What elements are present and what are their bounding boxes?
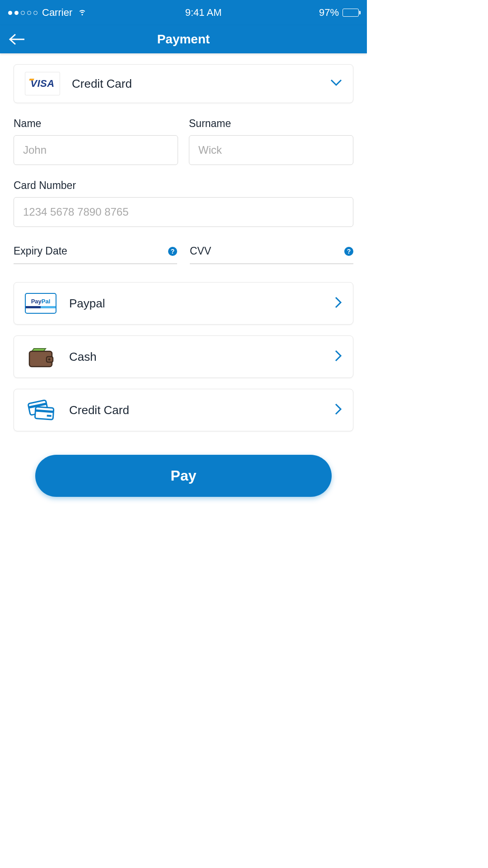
name-label: Name [14, 118, 178, 130]
carrier-label: Carrier [42, 7, 72, 19]
payment-method-label: Credit Card [72, 77, 330, 91]
expiry-help-icon[interactable]: ? [168, 247, 177, 256]
status-time: 9:41 AM [185, 7, 222, 19]
wifi-icon [77, 6, 88, 19]
svg-point-3 [48, 359, 51, 361]
back-button[interactable] [7, 29, 27, 49]
credit-cards-icon [25, 399, 56, 421]
surname-label: Surname [189, 118, 353, 130]
chevron-right-icon [335, 350, 342, 363]
cvv-help-icon[interactable]: ? [344, 247, 353, 256]
surname-input[interactable] [189, 135, 353, 165]
battery-icon [343, 9, 359, 17]
battery-percentage: 97% [319, 7, 339, 19]
wallet-icon [25, 346, 56, 368]
card-number-label: Card Number [14, 179, 353, 192]
expiry-date-label: Expiry Date [14, 245, 67, 257]
svg-rect-6 [35, 407, 54, 420]
signal-dots-icon [8, 11, 38, 15]
cvv-label: CVV [190, 245, 211, 257]
pay-button[interactable]: Pay [35, 455, 332, 497]
page-title: Payment [157, 32, 210, 47]
status-left: Carrier [8, 6, 88, 19]
option-label: Credit Card [69, 403, 335, 417]
arrow-left-icon [9, 33, 25, 46]
payment-option-credit-card[interactable]: Credit Card [14, 389, 353, 431]
payment-option-paypal[interactable]: PayPal Paypal [14, 282, 353, 325]
option-label: Paypal [69, 297, 335, 311]
visa-logo-icon: VISA [25, 72, 60, 95]
status-bar: Carrier 9:41 AM 97% [0, 0, 367, 25]
svg-rect-8 [47, 415, 52, 417]
cvv-field[interactable]: CVV ? [190, 245, 353, 264]
name-input[interactable] [14, 135, 178, 165]
chevron-down-icon [330, 79, 342, 88]
payment-option-cash[interactable]: Cash [14, 335, 353, 378]
chevron-right-icon [335, 403, 342, 417]
paypal-icon: PayPal [25, 292, 56, 314]
expiry-date-field[interactable]: Expiry Date ? [14, 245, 177, 264]
status-right: 97% [319, 7, 359, 19]
card-number-input[interactable] [14, 197, 353, 227]
option-label: Cash [69, 350, 335, 364]
payment-method-selector[interactable]: VISA Credit Card [14, 64, 353, 103]
chevron-right-icon [335, 297, 342, 310]
nav-bar: Payment [0, 25, 367, 53]
